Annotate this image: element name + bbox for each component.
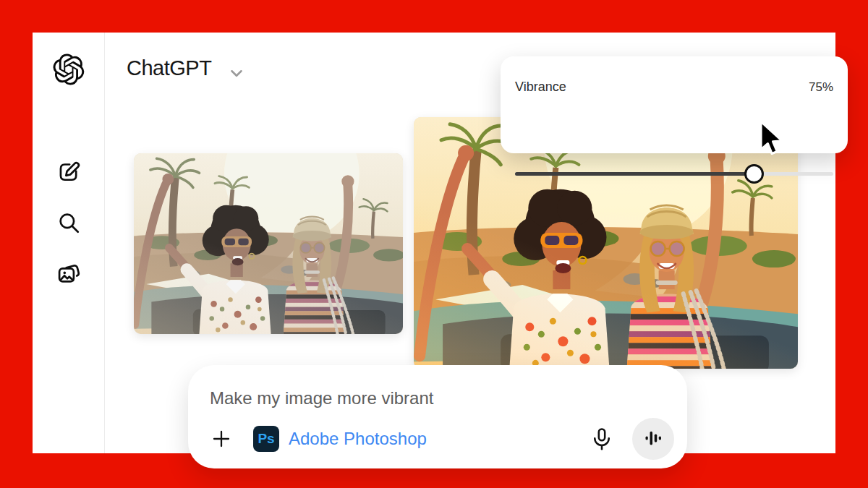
vibrance-slider-thumb[interactable] — [744, 164, 764, 184]
search-icon[interactable] — [56, 210, 81, 235]
vibrance-panel: Vibrance 75% — [501, 56, 848, 153]
new-chat-icon[interactable] — [56, 160, 81, 184]
voice-mode-button[interactable] — [632, 418, 674, 460]
photoshop-badge-icon: Ps — [253, 426, 279, 452]
adobe-photoshop-chip[interactable]: Ps Adobe Photoshop — [253, 426, 427, 452]
chevron-down-icon[interactable] — [227, 64, 246, 85]
page-title: ChatGPT — [127, 56, 211, 80]
microphone-icon[interactable] — [589, 426, 615, 452]
photoshop-label: Adobe Photoshop — [289, 429, 427, 449]
library-icon[interactable] — [56, 260, 82, 286]
photo-before-edit — [134, 153, 403, 334]
vibrance-value: 75% — [809, 80, 833, 95]
prompt-input-text[interactable]: Make my image more vibrant — [210, 388, 433, 408]
openai-logo-icon[interactable] — [53, 53, 85, 85]
mouse-cursor-icon — [754, 120, 788, 160]
adobe-red-frame: ChatGPT Vibrance 75% Make my image more … — [0, 0, 868, 488]
photo-after-edit — [414, 117, 798, 369]
sidebar — [33, 33, 105, 453]
plus-icon[interactable] — [210, 427, 233, 450]
vibrance-label: Vibrance — [515, 80, 566, 95]
vibrance-slider-track[interactable] — [515, 172, 833, 176]
voice-waveform-icon — [642, 427, 664, 451]
prompt-bar[interactable]: Make my image more vibrant Ps Adobe Phot… — [188, 365, 687, 468]
vibrance-slider-fill — [515, 172, 754, 176]
